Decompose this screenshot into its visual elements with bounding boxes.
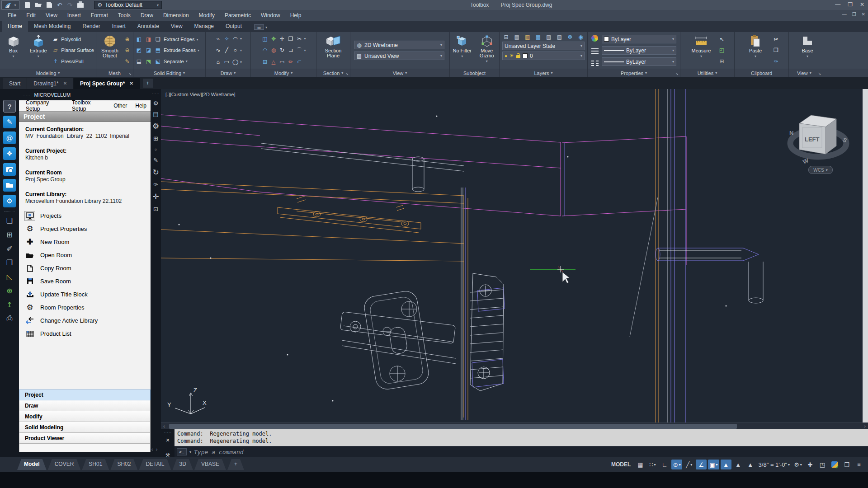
isoplane-toggle-icon[interactable]: ╱▾ [684,460,694,469]
planar-surface-button[interactable]: ▱Planar Surface [52,47,94,54]
polygon-icon[interactable]: ⌂ [214,59,222,66]
ellipse-caret-icon[interactable]: ▾ [240,60,242,64]
named-view-dropdown[interactable]: ▤ Unsaved View ▾ [354,52,444,60]
action-new-room[interactable]: ✚ New Room [19,235,151,249]
save-icon[interactable] [47,2,52,8]
panel-label-utilities[interactable]: Utilities▾ [680,69,734,77]
action-product-list[interactable]: Product List [19,327,151,340]
box-button[interactable]: Box ▾ [2,33,25,68]
edit-doc-tool-icon[interactable]: ✐ [6,243,12,254]
osnap-tracking-toggle-icon[interactable]: ∠ [696,460,707,469]
snap-toggle-icon[interactable]: ∷▾ [647,460,658,469]
arc-caret-icon[interactable]: ▾ [240,37,242,41]
ribbon-collapse-button[interactable]: ▬ ▾ [254,24,267,30]
command-prompt-icon[interactable]: >_ [177,448,187,455]
annotation-monitor-icon[interactable]: ✚ [805,460,816,469]
rectangle-icon[interactable]: ▭ [223,59,231,66]
mesh-launcher-icon[interactable]: ↘ [128,71,132,76]
circle-caret-icon[interactable]: ▾ [240,48,242,52]
section-plane-button[interactable]: Section Plane [321,33,345,68]
customization-menu-icon[interactable]: ≡ [854,460,864,469]
panel-label-mesh[interactable]: Mesh↘ [96,69,133,77]
lineweight-icon[interactable] [591,48,599,54]
extract-edges-button[interactable]: ◧◨❏Extract Edges▾ [135,36,203,43]
viewcube-face-label[interactable]: LEFT [805,136,820,143]
no-filter-button[interactable]: No Filter ▾ [452,33,473,68]
view2-launcher-icon[interactable]: ↘ [818,71,821,76]
autoscale-icon[interactable]: ▲ [733,460,744,469]
mesh-crease-icon[interactable]: ✎ [123,58,131,65]
strip-layout-icon[interactable]: ⊡ [153,206,158,212]
layer-off-icon[interactable]: ▤ [513,33,521,40]
category-project[interactable]: Project [19,389,151,400]
strip-gear-icon[interactable]: ⚙ [152,122,159,131]
command-grip-icon[interactable]: ∙∙∙∙∙ [164,430,172,435]
panel-label-draw[interactable]: Draw▾ [206,69,250,77]
menu-mv-help[interactable]: Help [131,101,151,111]
doc-tab-proj-spec-group[interactable]: Proj Spec Group*✕ [74,78,140,89]
window-select-tool-icon[interactable]: ⊞ [6,229,12,240]
polar-tracking-toggle-icon[interactable]: ⊙▾ [671,460,682,469]
offset-icon[interactable]: ⊐ [287,47,294,54]
viewport-horizontal-scrollbar[interactable]: ‹ › [161,422,868,429]
panel-label-view[interactable]: View▾ [350,69,449,77]
action-open-room[interactable]: Open Room [19,249,151,262]
menu-help[interactable]: Help [285,10,307,20]
compass-north-label[interactable]: N [789,130,793,136]
layout-tab-model[interactable]: Model [17,459,47,470]
panel-label-clipboard[interactable]: Clipboard [735,69,788,77]
action-change-active-library[interactable]: Change Active Library [19,314,151,327]
command-close-icon[interactable]: ✕ [165,437,170,443]
strip-report-icon[interactable]: ▤ [153,111,158,117]
doc-minimize-button[interactable]: — [842,12,847,17]
panel-label-modify[interactable]: Modify▾ [251,69,316,77]
panel-label-properties[interactable]: Properties▾↘ [588,69,680,77]
action-projects[interactable]: Projects [19,209,151,222]
ribbon-tab-home[interactable]: Home [2,21,28,32]
move-icon[interactable]: ✛ [278,35,286,42]
fillet-icon[interactable]: ◠ [261,47,269,54]
panel-label-section[interactable]: Section▾↘ [316,69,350,77]
command-window-grip[interactable]: ∙∙∙∙∙ ✕ ⚒ [161,429,175,457]
redo-icon[interactable]: ↷ [67,2,73,8]
category-solid-modeling[interactable]: Solid Modeling [19,422,151,433]
annotation-scale-icon[interactable]: ▲ [745,460,756,469]
layout-tab-sh02[interactable]: SH02 [110,459,137,470]
microvellum-panel-title[interactable]: ∙∙∙∙∙ MICROVELLUM [19,89,151,100]
open-file-icon[interactable] [35,3,42,7]
app-menu-button[interactable]: ▾ [1,0,19,9]
ellipse-icon[interactable]: ◯ [231,59,239,66]
panel-prev-icon[interactable]: ‹ [151,446,153,452]
properties-launcher-icon[interactable]: ↘ [675,71,679,76]
layer-properties-icon[interactable]: ⊟ [502,33,510,40]
panel-label-view2[interactable]: View▾↘ [789,69,868,77]
ribbon-tab-output[interactable]: Output [220,21,248,32]
lineweight-dropdown[interactable]: ByLayer ▾ [602,46,676,55]
viewport-controls-label[interactable]: [-][Custom View][2D Wireframe] [165,92,235,97]
print-tool-icon[interactable]: ⎙ [7,313,13,324]
paste-tool-icon[interactable]: ❏ [6,215,13,226]
strip-dashed-page-icon[interactable]: ▫ [155,146,157,153]
panel-next-icon[interactable]: › [156,446,158,452]
layer-freeze-icon[interactable]: ▧ [545,33,552,40]
base-button[interactable]: Base ▾ [795,33,820,68]
extrude-button[interactable]: Extrude ▾ [27,33,50,68]
mesh-refine-icon[interactable]: ⊕ [123,36,131,43]
separate-button[interactable]: ⬓⬔⬕Separate▾ [135,58,203,65]
spiral-tool-button[interactable]: @ [3,131,16,144]
open-folder-tool-icon[interactable]: ❐ [6,257,13,268]
menu-file[interactable]: File [3,10,21,20]
menu-edit[interactable]: Edit [21,10,41,20]
extrude-faces-button[interactable]: ◩◪⬒Extrude Faces▾ [135,47,203,54]
doc-close-button[interactable]: ✕ [862,12,865,17]
mirror-icon[interactable]: ◫ [261,35,269,42]
workspace-selector[interactable]: ⚙ Toolbox Default ▾ [94,1,162,9]
new-drawing-tab-button[interactable]: + [143,79,153,88]
copy-icon[interactable]: ❐ [287,35,294,42]
panel-label-layers[interactable]: Layers▾ [500,69,587,77]
ribbon-tab-view[interactable]: View [165,21,189,32]
select-similar-icon[interactable]: ◰ [718,47,726,54]
spline-icon[interactable]: ∿ [214,47,222,54]
layout-tab-vbase[interactable]: VBASE [194,459,226,470]
doc-tab-drawing1[interactable]: Drawing1*✕ [27,78,74,89]
